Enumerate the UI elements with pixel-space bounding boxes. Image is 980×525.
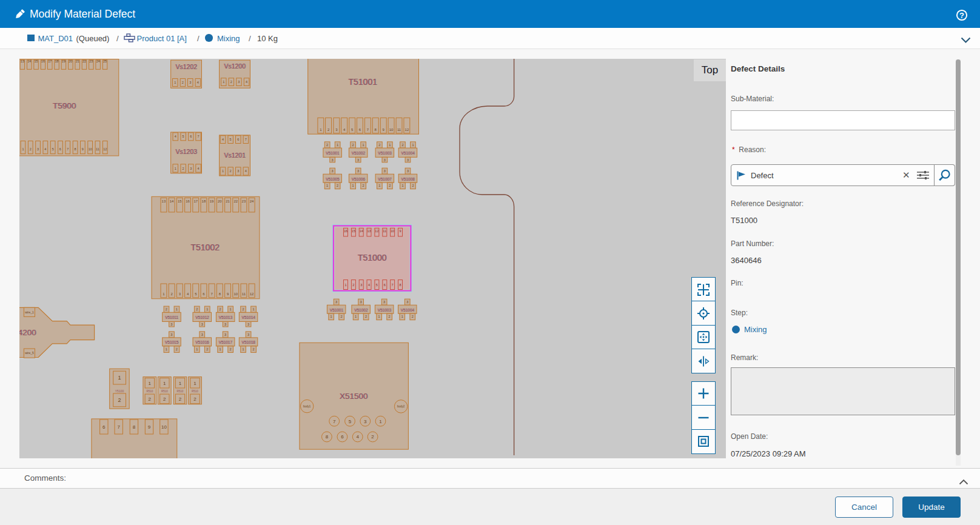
svg-text:1: 1	[176, 307, 178, 311]
svg-text:10: 10	[161, 424, 167, 430]
svg-text:wire_1: wire_1	[25, 310, 34, 314]
svg-text:V51007: V51007	[378, 177, 392, 181]
svg-text:16: 16	[41, 59, 45, 63]
svg-text:9: 9	[399, 229, 401, 233]
svg-text:1: 1	[352, 184, 354, 187]
svg-text:8: 8	[326, 434, 329, 440]
svg-text:12: 12	[405, 128, 409, 132]
svg-text:?: ?	[959, 11, 964, 20]
svg-text:1: 1	[378, 315, 380, 318]
svg-text:1: 1	[363, 143, 364, 147]
svg-text:2: 2	[176, 347, 178, 351]
svg-text:Y5100: Y5100	[115, 389, 124, 393]
svg-text:21: 21	[76, 59, 79, 63]
svg-text:1: 1	[331, 315, 332, 318]
svg-text:2: 2	[163, 396, 166, 402]
svg-text:1: 1	[196, 347, 198, 351]
svg-text:T5900: T5900	[53, 101, 76, 110]
svg-text:V51013: V51013	[218, 315, 232, 319]
svg-text:6: 6	[237, 138, 239, 141]
svg-text:1: 1	[412, 143, 414, 147]
svg-text:2: 2	[206, 347, 208, 351]
svg-text:V51003: V51003	[377, 308, 391, 312]
svg-text:V51001: V51001	[329, 308, 343, 312]
svg-text:13: 13	[162, 199, 166, 203]
svg-text:2: 2	[352, 143, 354, 147]
svg-text:15: 15	[178, 199, 182, 203]
svg-text:3: 3	[357, 169, 359, 173]
svg-text:11: 11	[397, 128, 401, 132]
svg-text:3: 3	[170, 323, 172, 326]
svg-text:3: 3	[364, 419, 367, 424]
svg-text:5: 5	[349, 419, 352, 424]
svg-text:V51008: V51008	[401, 177, 415, 181]
svg-text:2: 2	[166, 307, 167, 311]
svg-text:1: 1	[222, 169, 224, 173]
svg-text:2: 2	[389, 315, 391, 318]
svg-text:1: 1	[253, 307, 255, 311]
svg-text:19: 19	[210, 199, 214, 203]
svg-text:11: 11	[96, 147, 99, 151]
svg-text:V51016: V51016	[195, 340, 209, 344]
svg-text:1: 1	[223, 80, 224, 84]
svg-text:3: 3	[170, 333, 172, 336]
svg-text:2: 2	[182, 81, 184, 84]
svg-text:22: 22	[233, 199, 238, 203]
svg-text:23: 23	[242, 199, 246, 203]
svg-text:23: 23	[89, 59, 93, 63]
svg-text:2: 2	[371, 434, 374, 440]
svg-text:3: 3	[201, 333, 203, 336]
svg-text:2: 2	[30, 147, 32, 151]
svg-text:V51003: V51003	[378, 151, 392, 155]
svg-text:2: 2	[230, 80, 232, 84]
svg-text:11: 11	[383, 229, 386, 233]
svg-text:15: 15	[352, 229, 355, 233]
svg-text:2: 2	[326, 143, 328, 147]
svg-text:4: 4	[246, 80, 247, 84]
svg-text:3: 3	[238, 80, 240, 84]
svg-text:3: 3	[237, 169, 239, 173]
svg-text:24: 24	[250, 199, 254, 203]
svg-text:2: 2	[193, 396, 196, 402]
svg-text:R510: R510	[161, 390, 168, 393]
svg-text:1: 1	[337, 143, 338, 147]
svg-text:4: 4	[44, 147, 46, 151]
svg-text:22: 22	[82, 59, 86, 63]
svg-text:4: 4	[368, 283, 370, 287]
svg-text:T51000: T51000	[358, 253, 387, 262]
svg-text:9: 9	[148, 424, 151, 430]
svg-text:2: 2	[365, 315, 367, 318]
svg-text:6: 6	[384, 283, 386, 287]
svg-text:6: 6	[59, 147, 61, 151]
svg-text:11: 11	[242, 292, 246, 296]
svg-text:7: 7	[198, 135, 200, 138]
svg-text:16: 16	[186, 199, 190, 203]
svg-text:3: 3	[247, 333, 249, 336]
svg-text:2: 2	[412, 184, 414, 187]
svg-text:body1: body1	[303, 405, 311, 408]
svg-text:8: 8	[399, 283, 401, 287]
svg-text:3: 3	[407, 169, 409, 173]
svg-text:10: 10	[89, 147, 92, 151]
svg-text:1: 1	[179, 381, 182, 386]
svg-text:4: 4	[175, 135, 176, 138]
svg-text:3: 3	[332, 169, 334, 173]
svg-text:1: 1	[175, 167, 176, 170]
svg-text:20: 20	[218, 199, 222, 203]
svg-text:3: 3	[332, 158, 334, 162]
svg-text:V51004: V51004	[401, 151, 415, 155]
svg-text:3: 3	[384, 158, 386, 162]
svg-text:2: 2	[341, 315, 343, 318]
svg-text:7: 7	[333, 419, 336, 424]
svg-text:13: 13	[21, 59, 24, 63]
svg-text:V51015: V51015	[165, 340, 179, 344]
svg-text:body2: body2	[397, 405, 405, 408]
svg-text:3: 3	[335, 300, 337, 304]
svg-text:14: 14	[27, 59, 31, 63]
svg-text:V51014: V51014	[241, 315, 255, 319]
svg-text:1: 1	[22, 147, 24, 151]
svg-text:1: 1	[401, 184, 403, 187]
svg-text:2: 2	[183, 167, 184, 170]
svg-text:1: 1	[326, 184, 328, 187]
svg-text:3: 3	[406, 300, 408, 304]
